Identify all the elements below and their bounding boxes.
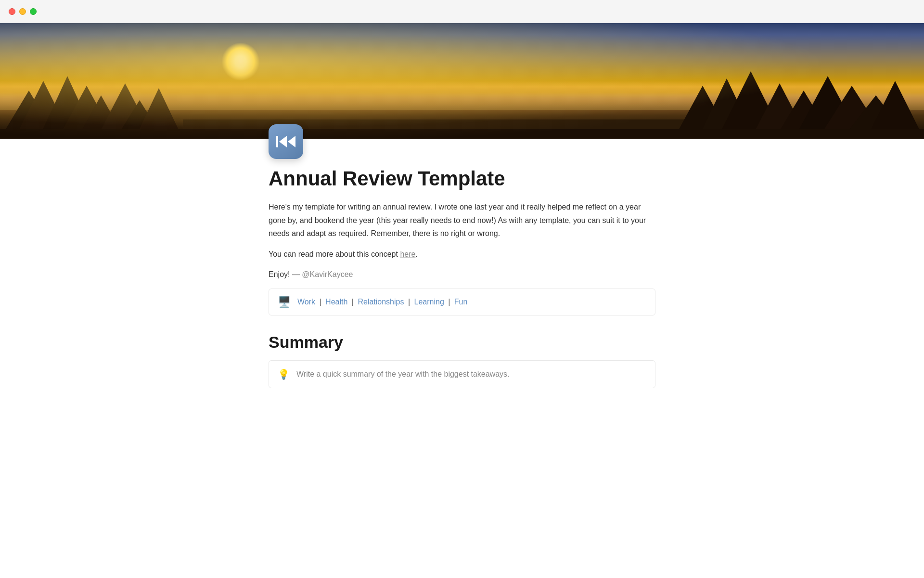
hero-trees [0,62,924,139]
svg-rect-18 [0,129,924,139]
svg-marker-6 [116,100,164,139]
link-fun[interactable]: Fun [454,298,468,306]
separator-4: | [446,298,452,306]
page-link-paragraph: You can read more about this concept her… [269,248,655,261]
link-health[interactable]: Health [325,298,347,306]
svg-marker-0 [0,91,58,139]
summary-placeholder-text: Write a quick summary of the year with t… [296,370,510,379]
enjoy-prefix: Enjoy! — [269,270,302,278]
description2-prefix: You can read more about this concept [269,250,400,258]
close-button[interactable] [9,8,15,15]
svg-marker-13 [775,91,833,139]
svg-marker-9 [674,86,732,139]
rewind-icon [276,136,295,147]
rewind-bar-left [276,136,278,147]
svg-marker-1 [14,81,72,139]
summary-emoji: 💡 [278,368,290,380]
separator-2: | [349,298,356,306]
svg-marker-14 [794,76,861,139]
svg-marker-15 [818,86,886,139]
svg-marker-5 [96,83,154,139]
main-content: Annual Review Template Here's my templat… [0,23,924,427]
separator-1: | [317,298,323,306]
svg-marker-3 [58,86,116,139]
maximize-button[interactable] [30,8,37,15]
page-title: Annual Review Template [269,167,655,191]
svg-marker-11 [717,71,784,139]
callout-links: Work | Health | Relationships | Learning… [297,298,467,306]
svg-rect-8 [183,119,741,139]
page-body: Annual Review Template Here's my templat… [245,124,679,427]
svg-marker-17 [866,81,924,139]
description2-suffix: . [415,250,417,258]
titlebar [0,0,924,23]
summary-title: Summary [269,333,655,352]
link-learning[interactable]: Learning [414,298,444,306]
hero-image [0,23,924,139]
here-link[interactable]: here [400,250,415,258]
svg-marker-4 [77,95,125,139]
nav-callout: 🖥️ Work | Health | Relationships | Learn… [269,289,655,315]
svg-marker-12 [751,83,808,139]
svg-marker-2 [38,76,96,139]
enjoy-handle: @KavirKaycee [302,270,353,278]
hero-fog [0,81,924,110]
svg-marker-10 [698,79,756,139]
callout-emoji: 🖥️ [278,296,291,308]
summary-callout: 💡 Write a quick summary of the year with… [269,360,655,388]
separator-3: | [406,298,412,306]
minimize-button[interactable] [19,8,26,15]
svg-marker-7 [135,88,183,139]
page-icon [269,124,303,159]
enjoy-text: Enjoy! — @KavirKaycee [269,270,655,279]
link-work[interactable]: Work [297,298,315,306]
link-relationships[interactable]: Relationships [358,298,404,306]
rewind-triangle-left [279,136,287,147]
page-description: Here's my template for writing an annual… [269,200,655,240]
svg-marker-16 [842,95,910,139]
rewind-triangle-right [288,136,295,147]
